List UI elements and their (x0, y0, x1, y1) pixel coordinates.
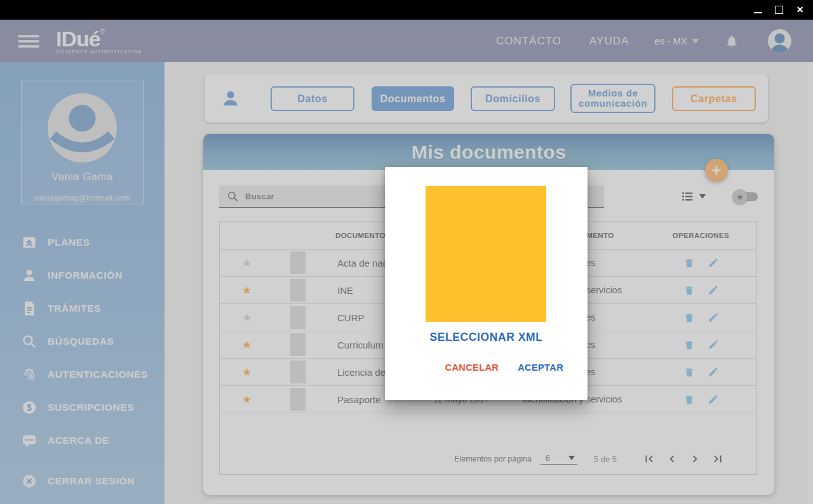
xml-dialog: SELECCIONAR XML CANCELAR ACEPTAR (385, 167, 588, 400)
dialog-actions: CANCELAR ACEPTAR (445, 362, 563, 373)
maximize-icon[interactable] (775, 6, 783, 14)
window-titlebar: ✕ (0, 0, 813, 20)
select-xml-button[interactable]: SELECCIONAR XML (385, 331, 588, 344)
xml-preview-swatch (426, 186, 546, 322)
app-window: ✕ IDué® DILIGENCE AUTHENTICATION CONTÁCT… (0, 0, 813, 504)
cancel-button[interactable]: CANCELAR (445, 362, 499, 373)
close-icon[interactable]: ✕ (796, 6, 804, 14)
accept-button[interactable]: ACEPTAR (518, 362, 563, 373)
minimize-icon[interactable] (754, 7, 762, 13)
